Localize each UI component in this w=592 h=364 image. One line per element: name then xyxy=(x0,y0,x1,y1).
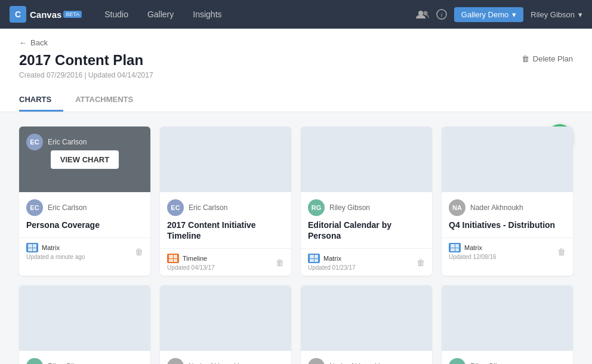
matrix-cell xyxy=(28,248,32,252)
user-name: Riley Gibson xyxy=(531,10,575,19)
title-block: 2017 Content Plan Created 07/29/2016 | U… xyxy=(19,52,153,79)
brand-icon: C xyxy=(10,6,26,23)
nav-gallery[interactable]: Gallery xyxy=(139,5,182,24)
card-author-row: RG Riley Gibson xyxy=(442,351,573,364)
author-avatar: EC xyxy=(26,199,43,216)
author-avatar: EC xyxy=(167,199,184,216)
card-title: Editorial Calendar by Persona xyxy=(301,220,432,248)
matrix-cell xyxy=(28,244,32,248)
back-link[interactable]: ← Back xyxy=(19,38,573,47)
matrix-cell xyxy=(455,244,460,248)
matrix-cell xyxy=(174,259,178,263)
svg-point-0 xyxy=(418,11,423,16)
type-icon xyxy=(308,254,320,263)
delete-label: Delete Plan xyxy=(533,54,573,63)
card-footer: Matrix Updated 01/23/17 🗑 xyxy=(301,248,432,276)
card-2[interactable]: EC Eric Carlson 2017 Content Initiative … xyxy=(160,127,291,276)
card-type-label: Matrix xyxy=(323,255,341,262)
card-7[interactable]: NA Nader Akhnoukh Delivery by Quarter: B… xyxy=(301,285,432,364)
card-footer: Matrix Updated a minute ago 🗑 xyxy=(19,237,150,265)
author-avatar: NA xyxy=(308,358,325,364)
card-type-label: Timeline xyxy=(183,255,207,262)
svg-text:i: i xyxy=(440,11,442,18)
matrix-cell xyxy=(174,255,178,258)
card-updated: Updated 04/13/17 xyxy=(167,264,215,271)
card-title: 2017 Content Initiative Timeline xyxy=(160,220,291,248)
card-footer: Matrix Updated 12/08/16 🗑 xyxy=(442,237,573,265)
brand[interactable]: C Canvas BETA xyxy=(10,6,82,23)
view-chart-button[interactable]: VIEW CHART xyxy=(51,150,119,169)
nav-right: i Gallery Demo ▾ Riley Gibson ▾ xyxy=(416,7,582,22)
matrix-cell xyxy=(314,259,319,263)
user-menu[interactable]: Riley Gibson ▾ xyxy=(531,10,582,19)
team-icon[interactable] xyxy=(416,10,429,19)
cards-grid: VIEW CHART EC Eric Carlson EC Eric Carls… xyxy=(19,127,573,364)
card-type-row: Matrix xyxy=(449,243,497,252)
nav-insights[interactable]: Insights xyxy=(184,5,230,24)
card-preview: VIEW CHART EC Eric Carlson xyxy=(19,127,150,192)
delete-card-button[interactable]: 🗑 xyxy=(276,258,284,267)
card-author-row: NA Nader Akhnoukh xyxy=(442,192,573,220)
card-3[interactable]: RG Riley Gibson Editorial Calendar by Pe… xyxy=(301,127,432,276)
card-author-row: NA Nader Akhnoukh xyxy=(301,351,432,364)
author-avatar: RG xyxy=(308,199,325,216)
brand-name: Canvas xyxy=(30,10,61,20)
delete-card-button[interactable]: 🗑 xyxy=(135,247,143,257)
page-title-row: 2017 Content Plan Created 07/29/2016 | U… xyxy=(19,52,573,79)
page-title: 2017 Content Plan xyxy=(19,52,153,69)
matrix-cell xyxy=(33,244,37,248)
delete-card-button[interactable]: 🗑 xyxy=(557,247,566,257)
tab-attachments[interactable]: ATTACHMENTS xyxy=(75,89,145,112)
brand-beta: BETA xyxy=(63,11,82,18)
card-type-info: Matrix Updated 12/08/16 xyxy=(449,243,497,260)
card-type-row: Timeline xyxy=(167,254,215,263)
author-name: Eric Carlson xyxy=(189,203,227,212)
card-8[interactable]: RG Riley Gibson Marketing Theme Coverage… xyxy=(442,285,573,364)
author-avatar: NA xyxy=(167,358,184,364)
card-updated: Updated a minute ago xyxy=(26,254,85,260)
page-header: ← Back 2017 Content Plan Created 07/29/2… xyxy=(0,29,592,112)
matrix-lines xyxy=(28,244,36,251)
card-5[interactable]: RG Riley Gibson Regional Theme Coverage … xyxy=(19,285,150,364)
card-title: Persona Coverage xyxy=(19,220,150,237)
gallery-demo-button[interactable]: Gallery Demo ▾ xyxy=(454,7,523,22)
card-type-label: Matrix xyxy=(464,244,482,251)
card-updated: Updated 12/08/16 xyxy=(449,254,497,260)
user-chevron: ▾ xyxy=(578,10,582,19)
card-preview xyxy=(160,127,291,192)
trash-icon-header: 🗑 xyxy=(522,54,529,63)
author-name: Nader Akhnoukh xyxy=(470,203,523,212)
card-4[interactable]: NA Nader Akhnoukh Q4 Initiatives - Distr… xyxy=(442,127,573,276)
gallery-demo-label: Gallery Demo xyxy=(461,10,508,19)
matrix-cell xyxy=(310,259,314,263)
delete-card-button[interactable]: 🗑 xyxy=(417,258,425,267)
author-name: Riley Gibson xyxy=(329,203,370,212)
card-preview xyxy=(301,285,432,351)
matrix-cell xyxy=(310,255,314,258)
info-icon[interactable]: i xyxy=(436,9,447,20)
author-name-preview: Eric Carlson xyxy=(48,138,87,146)
card-updated: Updated 01/23/17 xyxy=(308,264,356,271)
back-arrow: ← xyxy=(19,38,27,47)
card-author-row: RG Riley Gibson xyxy=(301,192,432,220)
card-author-row: EC Eric Carlson xyxy=(19,192,150,220)
author-avatar-preview: EC xyxy=(26,134,43,150)
matrix-cell xyxy=(451,248,455,252)
card-preview xyxy=(442,285,573,351)
matrix-cell xyxy=(169,255,173,258)
content-area: + VIEW CHART EC Eric Carlson EC Eric Car… xyxy=(0,112,592,364)
tab-charts[interactable]: CHARTS xyxy=(19,89,63,112)
navbar: C Canvas BETA Studio Gallery Insights i … xyxy=(0,0,592,29)
type-icon xyxy=(167,254,179,263)
card-type-row: Matrix xyxy=(26,243,85,252)
card-author-row: EC Eric Carlson xyxy=(160,192,291,220)
card-6[interactable]: NA Nader Akhnoukh Marketing Priority Cov… xyxy=(160,285,291,364)
delete-plan-button[interactable]: 🗑 Delete Plan xyxy=(522,54,573,63)
card-1[interactable]: VIEW CHART EC Eric Carlson EC Eric Carls… xyxy=(19,127,150,276)
nav-studio[interactable]: Studio xyxy=(96,5,137,24)
matrix-cell xyxy=(451,244,455,248)
card-type-row: Matrix xyxy=(308,254,356,263)
author-avatar: RG xyxy=(449,358,465,364)
author-name: Eric Carlson xyxy=(48,203,87,212)
card-author-row: NA Nader Akhnoukh xyxy=(160,351,291,364)
